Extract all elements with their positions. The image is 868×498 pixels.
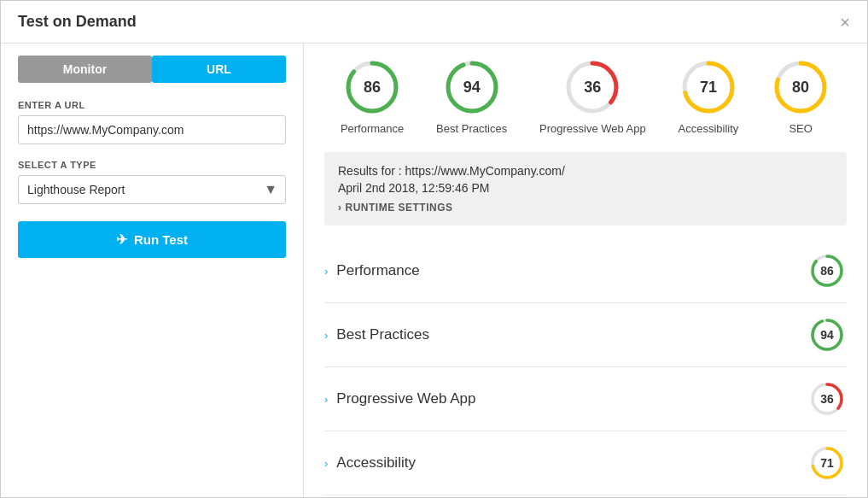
- score-label: Performance: [341, 122, 404, 135]
- modal-body: Monitor URL ENTER A URL SELECT A TYPE Li…: [1, 44, 867, 497]
- score-item: 80 SEO: [771, 57, 830, 135]
- accordion-title: Performance: [336, 262, 419, 279]
- runtime-settings-label: RUNTIME SETTINGS: [346, 202, 453, 214]
- score-circle: 80: [771, 57, 830, 117]
- accordion-score-value: 94: [820, 328, 834, 342]
- accordion-left: › Accessibility: [324, 454, 416, 472]
- score-value: 80: [792, 79, 809, 97]
- results-date: April 2nd 2018, 12:59:46 PM: [338, 181, 833, 195]
- accordion-score-circle: 71: [807, 443, 847, 483]
- accordion-score-circle: 36: [807, 379, 847, 419]
- accordion-score-circle: 86: [807, 251, 847, 290]
- accordion-chevron-icon: ›: [324, 329, 328, 342]
- accordion-left: › Progressive Web App: [324, 390, 476, 407]
- score-circle: 71: [679, 57, 738, 117]
- score-circle: 86: [342, 57, 402, 117]
- run-test-button[interactable]: ✈ Run Test: [18, 221, 286, 258]
- accordion-row[interactable]: › Best Practices 94: [324, 303, 847, 367]
- accordion-row[interactable]: › Progressive Web App 36: [324, 367, 847, 431]
- accordion-list: › Performance 86 › Best Practices: [324, 239, 847, 497]
- score-circle: 36: [562, 57, 622, 117]
- score-value: 86: [364, 79, 381, 97]
- url-label: ENTER A URL: [18, 100, 286, 110]
- accordion-score-circle: 94: [807, 315, 847, 354]
- results-box: Results for : https://www.MyCompany.com/…: [324, 152, 847, 226]
- tab-row: Monitor URL: [18, 56, 286, 83]
- accordion-row[interactable]: › SEO 80: [324, 495, 847, 497]
- accordion-chevron-icon: ›: [324, 457, 328, 470]
- accordion-row[interactable]: › Performance 86: [324, 239, 847, 303]
- score-label: Accessibility: [679, 122, 739, 135]
- accordion-title: Best Practices: [336, 326, 429, 343]
- accordion-score-value: 36: [820, 392, 834, 406]
- modal-header: Test on Demand ×: [1, 1, 867, 44]
- accordion-chevron-icon: ›: [324, 265, 328, 278]
- score-label: SEO: [789, 122, 812, 135]
- tab-url[interactable]: URL: [152, 56, 286, 83]
- score-value: 94: [463, 79, 481, 97]
- score-item: 36 Progressive Web App: [539, 57, 646, 135]
- close-button[interactable]: ×: [840, 14, 850, 31]
- url-input[interactable]: [18, 115, 286, 144]
- results-url: Results for : https://www.MyCompany.com/: [338, 164, 833, 178]
- type-label: SELECT A TYPE: [18, 160, 286, 170]
- type-select[interactable]: Lighthouse Report: [18, 175, 286, 204]
- accordion-left: › Best Practices: [324, 326, 429, 343]
- type-select-wrapper: Lighthouse Report ▼: [18, 175, 286, 204]
- run-test-label: Run Test: [134, 232, 188, 247]
- accordion-score-value: 71: [820, 456, 834, 470]
- accordion-score-value: 86: [820, 264, 834, 278]
- modal-container: Test on Demand × Monitor URL ENTER A URL…: [0, 0, 868, 498]
- accordion-title: Progressive Web App: [336, 390, 475, 407]
- runtime-settings-toggle[interactable]: › RUNTIME SETTINGS: [338, 202, 833, 214]
- accordion-row[interactable]: › Accessibility 71: [324, 431, 847, 495]
- score-item: 71 Accessibility: [679, 57, 739, 135]
- right-panel: 86 Performance 94 Best Practices 36 Prog…: [304, 44, 867, 497]
- tab-monitor[interactable]: Monitor: [18, 56, 152, 83]
- score-value: 71: [700, 79, 717, 97]
- accordion-title: Accessibility: [336, 454, 416, 472]
- modal-title: Test on Demand: [18, 13, 137, 31]
- score-label: Best Practices: [436, 122, 507, 135]
- score-item: 94 Best Practices: [436, 57, 507, 135]
- score-circle: 94: [442, 57, 502, 117]
- score-item: 86 Performance: [341, 57, 404, 135]
- scores-row: 86 Performance 94 Best Practices 36 Prog…: [324, 57, 847, 135]
- score-value: 36: [584, 79, 601, 97]
- score-label: Progressive Web App: [539, 122, 646, 135]
- rocket-icon: ✈: [116, 231, 127, 248]
- chevron-right-icon: ›: [338, 202, 342, 214]
- accordion-chevron-icon: ›: [324, 393, 328, 406]
- accordion-left: › Performance: [324, 262, 420, 279]
- left-panel: Monitor URL ENTER A URL SELECT A TYPE Li…: [1, 44, 304, 497]
